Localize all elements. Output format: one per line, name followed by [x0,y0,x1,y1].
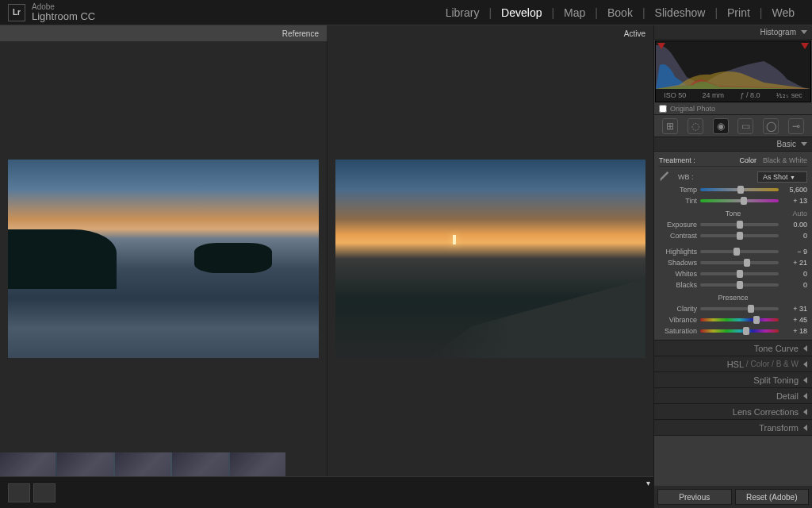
module-slideshow[interactable]: Slideshow [645,6,715,19]
previous-button[interactable]: Previous [657,489,732,505]
histo-focal: 24 mm [703,91,725,99]
wb-select[interactable]: As Shot ▼ [757,171,807,183]
module-picker: Library| Develop| Map| Book| Slideshow| … [436,6,804,19]
temp-slider[interactable] [700,188,779,191]
chevron-left-icon [803,345,807,352]
transform-panel-header[interactable]: Transform [654,420,812,436]
active-image [335,160,646,358]
histo-aperture: ƒ / 8.0 [740,91,760,99]
filmstrip[interactable]: ▾ [0,476,653,508]
app-logo: Lr [8,4,25,21]
brand-product: Lightroom CC [32,11,95,22]
detail-panel-header[interactable]: Detail [654,388,812,404]
histo-iso: ISO 50 [664,91,686,99]
reset-button[interactable]: Reset (Adobe) [735,489,810,505]
histogram-display[interactable]: ISO 50 24 mm ƒ / 8.0 ¹⁄₁₂₅ sec [655,40,811,102]
contrast-slider[interactable] [700,234,779,237]
treatment-bw[interactable]: Black & White [763,156,807,164]
crop-tool-icon[interactable]: ⊞ [662,118,678,134]
highlight-clip-icon[interactable] [801,43,809,49]
auto-tone-button[interactable]: Auto [792,210,807,217]
treatment-label: Treatment : [659,156,695,164]
spot-tool-icon[interactable]: ◌ [688,118,703,134]
module-develop[interactable]: Develop [492,6,551,19]
whites-slider[interactable] [700,272,779,275]
tint-slider[interactable] [700,199,779,202]
histogram-header[interactable]: Histogram [654,25,812,40]
wb-label: WB : [678,173,694,181]
redeye-tool-icon[interactable]: ◉ [713,118,729,134]
split-toning-panel-header[interactable]: Split Toning [654,372,812,388]
brush-tool-icon[interactable]: ⊸ [788,118,804,134]
clarity-slider[interactable] [700,307,779,310]
module-map[interactable]: Map [554,6,595,19]
brand-text: Adobe Lightroom CC [32,2,95,22]
active-image-panel[interactable] [327,41,654,476]
chevron-left-icon [803,425,807,431]
tab-active[interactable]: Active [327,25,653,41]
lens-corrections-panel-header[interactable]: Lens Corrections [654,404,812,420]
histo-shutter: ¹⁄₁₂₅ sec [776,91,802,99]
module-web[interactable]: Web [762,6,804,19]
tab-reference[interactable]: Reference [0,25,327,41]
module-book[interactable]: Book [598,6,642,19]
thumb-compare-icon[interactable] [33,483,56,502]
tool-strip: ⊞ ◌ ◉ ▭ ◯ ⊸ [654,115,812,137]
reference-image-panel[interactable] [0,41,327,476]
thumb-survey-icon[interactable] [8,483,30,502]
right-panel: Histogram ISO 50 24 mm ƒ / 8.0 ¹⁄₁₂₅ sec… [653,25,812,508]
shadow-clip-icon[interactable] [657,43,665,49]
chevron-down-icon [801,142,807,146]
tone-curve-panel-header[interactable]: Tone Curve [654,341,812,356]
top-bar: Lr Adobe Lightroom CC Library| Develop| … [0,0,812,25]
wb-picker-icon[interactable] [659,171,670,183]
reference-image [8,160,319,358]
chevron-down-icon [801,30,807,34]
viewer-area: Reference Active Reference Photo : Ocean… [0,25,653,508]
gradient-tool-icon[interactable]: ▭ [737,118,753,134]
highlights-slider[interactable] [700,250,779,253]
radial-tool-icon[interactable]: ◯ [763,118,779,134]
shadows-slider[interactable] [700,261,779,264]
module-library[interactable]: Library [436,6,489,19]
chevron-left-icon [803,361,807,368]
module-print[interactable]: Print [718,6,760,19]
original-photo-toggle[interactable]: Original Photo [654,103,812,115]
basic-header[interactable]: Basic [654,137,812,152]
treatment-color[interactable]: Color [739,156,756,164]
hsl-panel-header[interactable]: HSL / Color / B & W [654,356,812,372]
chevron-left-icon [803,409,807,415]
vibrance-slider[interactable] [700,318,779,321]
chevron-left-icon [803,393,807,399]
basic-panel: Treatment : Color Black & White WB : As … [654,152,812,341]
exposure-slider[interactable] [700,223,779,226]
blacks-slider[interactable] [700,283,779,287]
filmstrip-collapse-icon[interactable]: ▾ [646,479,650,487]
saturation-slider[interactable] [700,329,779,333]
original-photo-checkbox[interactable] [659,105,667,113]
chevron-left-icon [803,377,807,383]
